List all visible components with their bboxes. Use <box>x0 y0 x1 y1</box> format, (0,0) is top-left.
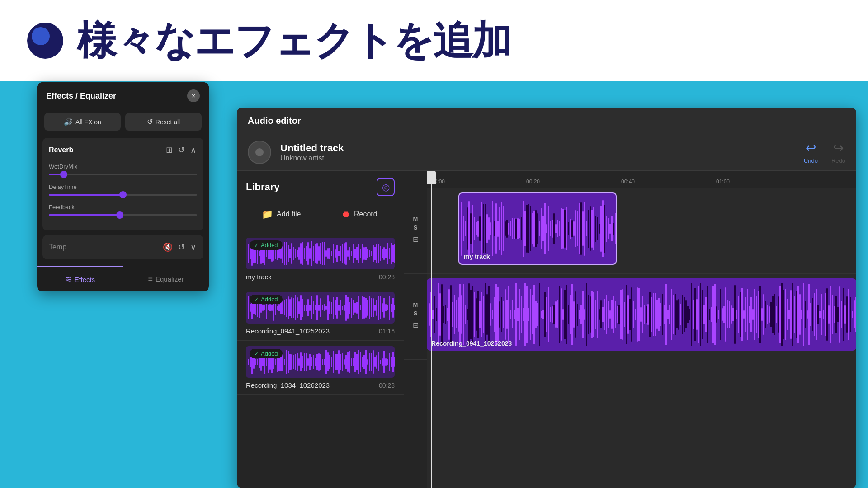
track-thumbnail <box>248 141 271 164</box>
record-label: Record <box>354 210 377 218</box>
track-m-label-1: M <box>413 216 418 222</box>
wetdrymix-slider-container: WetDryMix <box>49 163 197 175</box>
track-s-label-1: S <box>414 224 418 231</box>
delaytime-track[interactable] <box>49 194 197 196</box>
undo-button[interactable]: ↩ Undo <box>804 141 818 164</box>
reverb-controls: ⊞ ↺ ∧ <box>165 144 197 156</box>
record-button[interactable]: ⏺ Record <box>324 203 395 225</box>
timeline-clip-1[interactable]: my track <box>458 192 617 265</box>
track-artist: Unknow artist <box>280 154 795 162</box>
redo-icon: ↪ <box>833 141 844 155</box>
record-icon: ⏺ <box>341 209 350 220</box>
playhead[interactable] <box>427 171 436 184</box>
added-label-3: Added <box>261 350 278 357</box>
temp-expand-button[interactable]: ∨ <box>189 241 197 253</box>
editor-main: Library ◎ 📁 Add file ⏺ Record <box>237 171 856 488</box>
track-name-1: my track <box>246 273 272 281</box>
reverb-collapse-button[interactable]: ∧ <box>189 144 197 156</box>
track-control-group-2: M S ⊟ <box>404 274 427 360</box>
reverb-reset-button[interactable]: ↺ <box>177 144 186 156</box>
library-title: Library <box>246 181 280 193</box>
track-waveform-2: ✓ Added <box>246 292 395 324</box>
effects-panel-title: Effects / Equalizer <box>46 91 116 101</box>
track-m-label-2: M <box>413 301 418 308</box>
library-header: Library ◎ <box>237 171 404 203</box>
track-ctrl-btn-2[interactable]: ⊟ <box>409 319 422 332</box>
reset-all-button[interactable]: ↺ Reset all <box>125 113 202 131</box>
library-camera-button[interactable]: ◎ <box>377 178 395 196</box>
track-name-3: Recording_1034_10262023 <box>246 381 330 389</box>
timeline-track-2: Recording_0941_10252023 <box>427 274 856 360</box>
ruler-mark-20: 00:20 <box>526 178 540 185</box>
track-ctrl-btn-1[interactable]: ⊟ <box>409 233 422 246</box>
library-panel: Library ◎ 📁 Add file ⏺ Record <box>237 171 404 488</box>
track-waveform-1: ✓ Added <box>246 238 395 269</box>
feedback-track[interactable] <box>49 214 197 216</box>
all-fx-label: All FX on <box>75 118 101 126</box>
tab-effects[interactable]: ≋ Effects <box>37 266 123 291</box>
check-icon-2: ✓ <box>254 296 259 303</box>
reverb-title: Reverb <box>49 146 73 154</box>
tab-equalizer[interactable]: ≡ Equalizer <box>123 266 209 291</box>
list-item[interactable]: ✓ Added Recording_1034_10262023 00:28 <box>237 341 404 395</box>
redo-button[interactable]: ↪ Redo <box>831 141 845 164</box>
header-dot <box>27 23 63 59</box>
wetdrymix-label: WetDryMix <box>49 163 197 170</box>
added-badge-3: ✓ Added <box>250 349 283 358</box>
track-s-label-2: S <box>414 310 418 317</box>
effects-tab-label: Effects <box>75 276 95 283</box>
track-duration-3: 00:28 <box>379 382 395 389</box>
temp-section: Temp 🔇 ↺ ∨ <box>42 235 203 259</box>
timeline-tracks: my track Recording_0941_10252023 <box>427 188 856 488</box>
reverb-fx-icon-button[interactable]: ⊞ <box>165 144 174 156</box>
close-button[interactable]: × <box>187 89 200 102</box>
track-thumb-inner <box>255 148 264 156</box>
added-badge-1: ✓ Added <box>250 240 283 250</box>
track-duration-2: 01:16 <box>379 328 395 335</box>
equalizer-tab-icon: ≡ <box>148 274 153 284</box>
track-name: Untitled track <box>280 142 795 154</box>
undo-label: Undo <box>804 157 818 164</box>
temp-reset-button[interactable]: ↺ <box>177 241 186 253</box>
effects-panel: Effects / Equalizer × 🔊 All FX on ↺ Rese… <box>37 82 209 291</box>
audio-editor-title: Audio editor <box>248 116 301 126</box>
audio-editor: Audio editor Untitled track Unknow artis… <box>237 108 856 488</box>
track-name-area: Untitled track Unknow artist <box>280 142 795 162</box>
timeline-clip-2[interactable]: Recording_0941_10252023 <box>427 278 856 351</box>
check-icon-1: ✓ <box>254 242 259 249</box>
list-item[interactable]: ✓ Added my track 00:28 <box>237 232 404 286</box>
track-duration-1: 00:28 <box>379 273 395 281</box>
undo-redo-controls: ↩ Undo ↪ Redo <box>804 141 845 164</box>
wetdrymix-track[interactable] <box>49 174 197 175</box>
add-file-label: Add file <box>277 210 301 218</box>
ruler-mark-40: 00:40 <box>621 178 635 185</box>
undo-icon: ↩ <box>806 141 816 155</box>
ruler-spacer <box>404 171 427 188</box>
timeline-panel: M S ⊟ M S ⊟ 00:00 00:20 00:40 01:00 <box>404 171 856 488</box>
redo-label: Redo <box>831 157 845 164</box>
temp-mute-button[interactable]: 🔇 <box>162 241 174 253</box>
effects-panel-header: Effects / Equalizer × <box>37 82 209 109</box>
added-label-1: Added <box>261 242 278 249</box>
list-item[interactable]: ✓ Added Recording_0941_10252023 01:16 <box>237 286 404 341</box>
delaytime-label: DelayTime <box>49 183 197 190</box>
track-name-2: Recording_0941_10252023 <box>246 327 330 335</box>
temp-title: Temp <box>49 243 66 251</box>
camera-icon: ◎ <box>382 182 390 192</box>
add-file-button[interactable]: 📁 Add file <box>246 203 317 225</box>
track-control-group-1: M S ⊟ <box>404 188 427 274</box>
equalizer-tab-label: Equalizer <box>156 275 184 283</box>
page-title: 様々なエフェクトを追加 <box>77 14 511 68</box>
added-label-2: Added <box>261 296 278 303</box>
track-controls-column: M S ⊟ M S ⊟ <box>404 171 427 488</box>
all-fx-button[interactable]: 🔊 All FX on <box>44 113 121 131</box>
track-meta-2: Recording_0941_10252023 01:16 <box>246 327 395 335</box>
track-waveform-3: ✓ Added <box>246 346 395 378</box>
track-info-bar: Untitled track Unknow artist ↩ Undo ↪ Re… <box>237 134 856 171</box>
library-actions: 📁 Add file ⏺ Record <box>237 203 404 232</box>
reset-icon: ↺ <box>147 117 153 126</box>
track-meta-1: my track 00:28 <box>246 273 395 281</box>
ruler-mark-60: 01:00 <box>716 178 730 185</box>
added-badge-2: ✓ Added <box>250 295 283 304</box>
check-icon-3: ✓ <box>254 350 259 357</box>
